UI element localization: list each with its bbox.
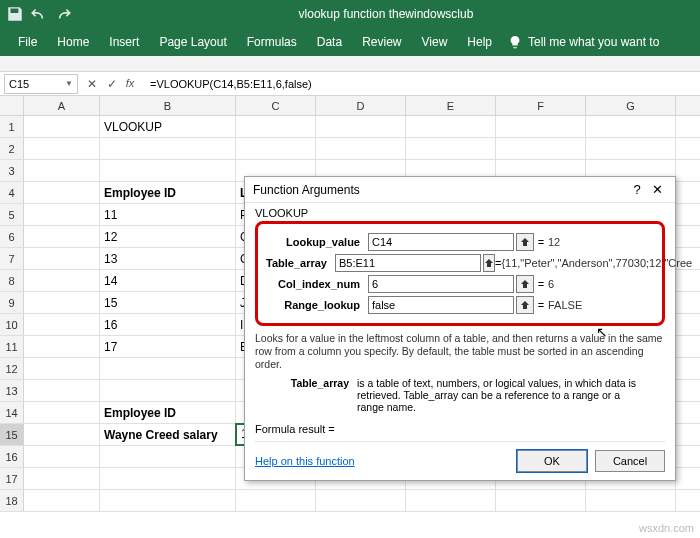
function-arguments-dialog: Function Arguments ? ✕ VLOOKUP Lookup_va… (244, 176, 676, 481)
collapse-dialog-icon[interactable] (483, 254, 495, 272)
collapse-dialog-icon[interactable] (516, 275, 534, 293)
tab-formulas[interactable]: Formulas (237, 28, 307, 56)
collapse-dialog-icon[interactable] (516, 296, 534, 314)
range-lookup-input[interactable] (368, 296, 514, 314)
fx-icon[interactable]: fx (124, 77, 140, 91)
formula-result: Formula result = (255, 423, 665, 435)
argument-description: Table_arrayis a table of text, numbers, … (255, 377, 665, 413)
arguments-group: Lookup_value = 12 Table_array = {11,"Pet… (255, 221, 665, 326)
tab-page-layout[interactable]: Page Layout (149, 28, 236, 56)
col-header-f[interactable]: F (496, 96, 586, 115)
row-18: 18 (0, 490, 700, 512)
name-box-value: C15 (9, 78, 29, 90)
quick-access-toolbar (0, 5, 72, 23)
redo-icon[interactable] (54, 5, 72, 23)
arg-range-lookup: Range_lookup = FALSE (266, 296, 654, 314)
tab-review[interactable]: Review (352, 28, 411, 56)
row-2: 2 (0, 138, 700, 160)
watermark: wsxdn.com (639, 522, 694, 534)
help-link[interactable]: Help on this function (255, 455, 355, 467)
enter-formula-icon[interactable]: ✓ (104, 77, 120, 91)
arg-table-array: Table_array = {11,"Peter","Anderson",770… (266, 254, 654, 272)
titlebar: vlookup function thewindowsclub (0, 0, 700, 28)
table-array-input[interactable] (335, 254, 481, 272)
formula-input[interactable]: =VLOOKUP(C14,B5:E11,6,false) (146, 78, 700, 90)
tab-view[interactable]: View (412, 28, 458, 56)
arg-lookup-value: Lookup_value = 12 (266, 233, 654, 251)
function-name: VLOOKUP (255, 207, 665, 219)
formula-bar-buttons: ✕ ✓ fx (84, 77, 140, 91)
close-icon[interactable]: ✕ (647, 182, 667, 197)
col-header-a[interactable]: A (24, 96, 100, 115)
dialog-title: Function Arguments (253, 183, 627, 197)
undo-icon[interactable] (30, 5, 48, 23)
window-title: vlookup function thewindowsclub (72, 7, 700, 21)
tab-file[interactable]: File (8, 28, 47, 56)
chevron-down-icon[interactable]: ▼ (65, 79, 73, 88)
tab-home[interactable]: Home (47, 28, 99, 56)
ribbon-collapsed (0, 56, 700, 72)
col-header-g[interactable]: G (586, 96, 676, 115)
select-all-corner[interactable] (0, 96, 24, 115)
tab-insert[interactable]: Insert (99, 28, 149, 56)
tab-data[interactable]: Data (307, 28, 352, 56)
ribbon-tabs: File Home Insert Page Layout Formulas Da… (0, 28, 700, 56)
col-header-d[interactable]: D (316, 96, 406, 115)
tell-me[interactable]: Tell me what you want to (508, 35, 659, 49)
formula-bar: C15 ▼ ✕ ✓ fx =VLOOKUP(C14,B5:E11,6,false… (0, 72, 700, 96)
tell-me-label: Tell me what you want to (528, 35, 659, 49)
function-description: Looks for a value in the leftmost column… (255, 332, 665, 371)
column-headers: A B C D E F G (0, 96, 700, 116)
ok-button[interactable]: OK (517, 450, 587, 472)
save-icon[interactable] (6, 5, 24, 23)
dialog-titlebar[interactable]: Function Arguments ? ✕ (245, 177, 675, 203)
tab-help[interactable]: Help (457, 28, 502, 56)
col-header-b[interactable]: B (100, 96, 236, 115)
col-index-num-input[interactable] (368, 275, 514, 293)
collapse-dialog-icon[interactable] (516, 233, 534, 251)
dialog-help-icon[interactable]: ? (627, 182, 647, 197)
name-box[interactable]: C15 ▼ (4, 74, 78, 94)
cancel-button[interactable]: Cancel (595, 450, 665, 472)
cancel-formula-icon[interactable]: ✕ (84, 77, 100, 91)
lookup-value-input[interactable] (368, 233, 514, 251)
col-header-c[interactable]: C (236, 96, 316, 115)
arg-col-index-num: Col_index_num = 6 (266, 275, 654, 293)
lightbulb-icon (508, 35, 522, 49)
col-header-e[interactable]: E (406, 96, 496, 115)
row-1: 1VLOOKUP (0, 116, 700, 138)
